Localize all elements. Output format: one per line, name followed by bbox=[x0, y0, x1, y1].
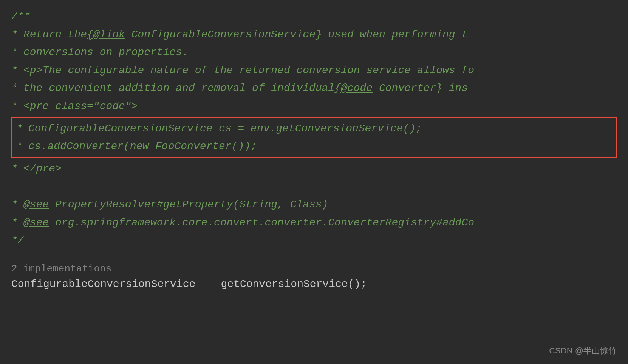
line1-class: ConfigurableConversionService} bbox=[125, 26, 322, 44]
code-close-comment: */ bbox=[11, 231, 617, 250]
star-see2: * bbox=[11, 214, 20, 232]
watermark: CSDN @半山惊竹 bbox=[549, 345, 617, 356]
code-open-comment: /** bbox=[11, 8, 617, 26]
star-after1: * bbox=[11, 160, 20, 178]
star-3: * bbox=[11, 62, 20, 80]
code-line-after1: * </pre> bbox=[11, 160, 617, 178]
code-line-4: * the convenient addition and removal of… bbox=[11, 79, 617, 97]
code-line-1: * Return the {@link ConfigurableConversi… bbox=[11, 26, 617, 44]
impl-method: getConversionService(); bbox=[221, 278, 367, 290]
star-1: * bbox=[11, 26, 20, 44]
h-star-1: * bbox=[16, 120, 25, 138]
line1-link: {@link bbox=[87, 26, 125, 44]
see-tag-1: @see bbox=[23, 196, 49, 214]
impl-signature: ConfigurableConversionService getConvers… bbox=[11, 278, 617, 290]
see-value-2: org.springframework.core.convert.convert… bbox=[49, 214, 474, 232]
star-see1: * bbox=[11, 196, 20, 214]
star-5: * bbox=[11, 97, 20, 116]
line1-part1: Return the bbox=[23, 26, 87, 44]
highlight-line-1: * ConfigurableConversionService cs = env… bbox=[16, 120, 612, 138]
line4-part1: the convenient addition and removal of i… bbox=[23, 79, 334, 97]
implementations-label: 2 implementations bbox=[11, 263, 617, 275]
line3-text: <p>The configurable nature of the return… bbox=[23, 62, 474, 80]
code-line-empty1 bbox=[11, 177, 617, 196]
impl-return-type: ConfigurableConversionService bbox=[11, 278, 195, 290]
open-comment-text: /** bbox=[11, 8, 30, 26]
line2-text: conversions on properties. bbox=[23, 43, 189, 62]
code-line-3: * <p>The configurable nature of the retu… bbox=[11, 62, 617, 80]
highlighted-code-block: * ConfigurableConversionService cs = env… bbox=[11, 117, 617, 158]
code-line-2: * conversions on properties. bbox=[11, 43, 617, 62]
code-line-see2: * @see org.springframework.core.convert.… bbox=[11, 214, 617, 232]
code-container: /** * Return the {@link ConfigurableConv… bbox=[0, 0, 628, 364]
after1-text: </pre> bbox=[23, 160, 62, 178]
line4-code-tag: {@code bbox=[334, 79, 373, 97]
code-line-see1: * @see PropertyResolver#getProperty(Stri… bbox=[11, 196, 617, 214]
star-empty1 bbox=[11, 177, 20, 196]
h-line2-text: cs.addConverter(new FooConverter()); bbox=[28, 137, 257, 156]
impl-spacing bbox=[202, 278, 215, 290]
close-comment-text: */ bbox=[11, 231, 24, 250]
see-value-1: PropertyResolver#getProperty(String, Cla… bbox=[49, 196, 328, 214]
implementations-section: 2 implementations ConfigurableConversion… bbox=[11, 263, 617, 290]
line4-part2: Converter} ins bbox=[373, 79, 468, 97]
h-line1-text: ConfigurableConversionService cs = env.g… bbox=[28, 120, 422, 138]
star-4: * bbox=[11, 79, 20, 97]
code-line-5: * <pre class="code"> bbox=[11, 97, 617, 116]
spacer bbox=[11, 250, 617, 256]
star-2: * bbox=[11, 43, 20, 62]
h-star-2: * bbox=[16, 137, 25, 156]
line1-rest: used when performing t bbox=[322, 26, 468, 44]
line5-text: <pre class="code"> bbox=[23, 97, 138, 116]
see-tag-2: @see bbox=[23, 214, 49, 232]
highlight-line-2: * cs.addConverter(new FooConverter()); bbox=[16, 137, 612, 156]
